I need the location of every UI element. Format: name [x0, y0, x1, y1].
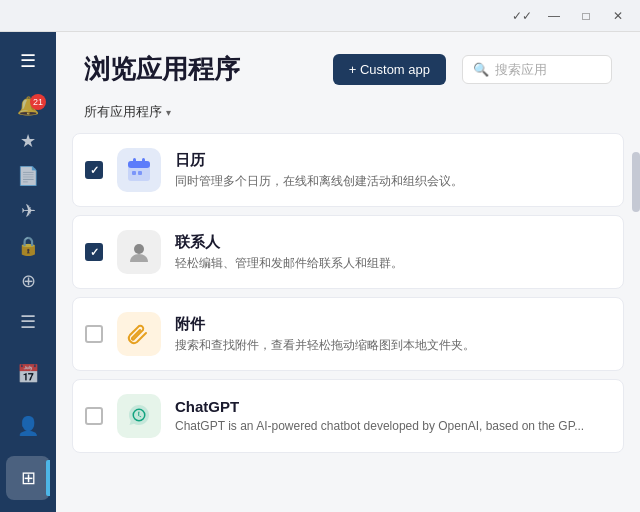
apps-list: 日历 同时管理多个日历，在线和离线创建活动和组织会议。 联系人 轻松编辑、管理和… — [56, 133, 640, 512]
main-content: 浏览应用程序 + Custom app 🔍 所有应用程序 ▾ — [56, 32, 640, 512]
app-checkbox-attachments[interactable] — [85, 325, 103, 343]
page-title: 浏览应用程序 — [84, 52, 317, 87]
app-checkbox-calendar[interactable] — [85, 161, 103, 179]
app-info-calendar: 日历 同时管理多个日历，在线和离线创建活动和组织会议。 — [175, 151, 611, 190]
scroll-indicator[interactable] — [632, 152, 640, 212]
minimize-btn[interactable]: — — [540, 6, 568, 26]
app-icon-attachments — [117, 312, 161, 356]
app-desc-chatgpt: ChatGPT is an AI-powered chatbot develop… — [175, 418, 611, 435]
sidebar-item-files[interactable]: 📄 — [6, 160, 50, 191]
sidebar-item-calendar[interactable]: 📅 — [6, 352, 50, 396]
app-icon-contacts — [117, 230, 161, 274]
app-name-calendar: 日历 — [175, 151, 611, 170]
list-icon: ☰ — [20, 311, 36, 333]
custom-app-button[interactable]: + Custom app — [333, 54, 446, 85]
sidebar-item-send[interactable]: ✈ — [6, 195, 50, 226]
app-container: ☰ 🔔 21 ★ 📄 ✈ 🔒 ⊕ ☰ 📅 — [0, 32, 640, 512]
app-desc-contacts: 轻松编辑、管理和发邮件给联系人和组群。 — [175, 255, 611, 272]
sidebar-item-list[interactable]: ☰ — [6, 300, 50, 344]
search-icon: 🔍 — [473, 62, 489, 77]
svg-rect-1 — [128, 161, 150, 168]
app-item-attachments: 附件 搜索和查找附件，查看并轻松拖动缩略图到本地文件夹。 — [72, 297, 624, 371]
app-icon-calendar — [117, 148, 161, 192]
calendar-nav-icon: 📅 — [17, 363, 39, 385]
chevron-down-icon: ▾ — [166, 107, 171, 118]
app-name-contacts: 联系人 — [175, 233, 611, 252]
filter-bar: 所有应用程序 ▾ — [56, 103, 640, 133]
search-box: 🔍 — [462, 55, 612, 84]
app-checkbox-contacts[interactable] — [85, 243, 103, 261]
app-icon-chatgpt — [117, 394, 161, 438]
sidebar-item-notifications[interactable]: 🔔 21 — [6, 90, 50, 121]
app-info-chatgpt: ChatGPT ChatGPT is an AI-powered chatbot… — [175, 398, 611, 435]
svg-rect-3 — [142, 158, 145, 163]
svg-rect-5 — [138, 171, 142, 175]
grid-icon: ⊞ — [21, 467, 36, 489]
titlebar: ✓✓ — □ ✕ — [0, 0, 640, 32]
app-item-contacts: 联系人 轻松编辑、管理和发邮件给联系人和组群。 — [72, 215, 624, 289]
close-btn[interactable]: ✕ — [604, 6, 632, 26]
sidebar-bottom: ☰ 📅 👤 ⊞ — [6, 300, 50, 512]
file-icon: 📄 — [17, 165, 39, 187]
app-checkbox-chatgpt[interactable] — [85, 407, 103, 425]
sidebar: ☰ 🔔 21 ★ 📄 ✈ 🔒 ⊕ ☰ 📅 — [0, 32, 56, 512]
app-info-contacts: 联系人 轻松编辑、管理和发邮件给联系人和组群。 — [175, 233, 611, 272]
checkmark-btn[interactable]: ✓✓ — [508, 6, 536, 26]
active-indicator — [46, 460, 50, 496]
search-input[interactable] — [495, 62, 601, 77]
app-info-attachments: 附件 搜索和查找附件，查看并轻松拖动缩略图到本地文件夹。 — [175, 315, 611, 354]
app-desc-calendar: 同时管理多个日历，在线和离线创建活动和组织会议。 — [175, 173, 611, 190]
app-item-chatgpt: ChatGPT ChatGPT is an AI-powered chatbot… — [72, 379, 624, 453]
person-icon: 👤 — [17, 415, 39, 437]
svg-rect-4 — [132, 171, 136, 175]
maximize-btn[interactable]: □ — [572, 6, 600, 26]
app-desc-attachments: 搜索和查找附件，查看并轻松拖动缩略图到本地文件夹。 — [175, 337, 611, 354]
sidebar-item-grid[interactable]: ⊞ — [6, 456, 50, 500]
svg-rect-2 — [133, 158, 136, 163]
filter-label[interactable]: 所有应用程序 ▾ — [84, 103, 171, 121]
svg-point-6 — [134, 244, 144, 254]
sidebar-item-lock[interactable]: 🔒 — [6, 230, 50, 261]
send-icon: ✈ — [21, 200, 36, 222]
content-header: 浏览应用程序 + Custom app 🔍 — [56, 32, 640, 103]
sidebar-item-add[interactable]: ⊕ — [6, 265, 50, 296]
star-icon: ★ — [20, 130, 36, 152]
app-item-calendar: 日历 同时管理多个日历，在线和离线创建活动和组织会议。 — [72, 133, 624, 207]
lock-icon: 🔒 — [17, 235, 39, 257]
sidebar-item-person[interactable]: 👤 — [6, 404, 50, 448]
titlebar-controls: ✓✓ — □ ✕ — [508, 6, 632, 26]
notification-badge: 21 — [30, 94, 46, 110]
app-name-attachments: 附件 — [175, 315, 611, 334]
sidebar-menu-icon[interactable]: ☰ — [0, 40, 56, 82]
app-name-chatgpt: ChatGPT — [175, 398, 611, 415]
sidebar-item-starred[interactable]: ★ — [6, 125, 50, 156]
add-icon: ⊕ — [21, 270, 36, 292]
